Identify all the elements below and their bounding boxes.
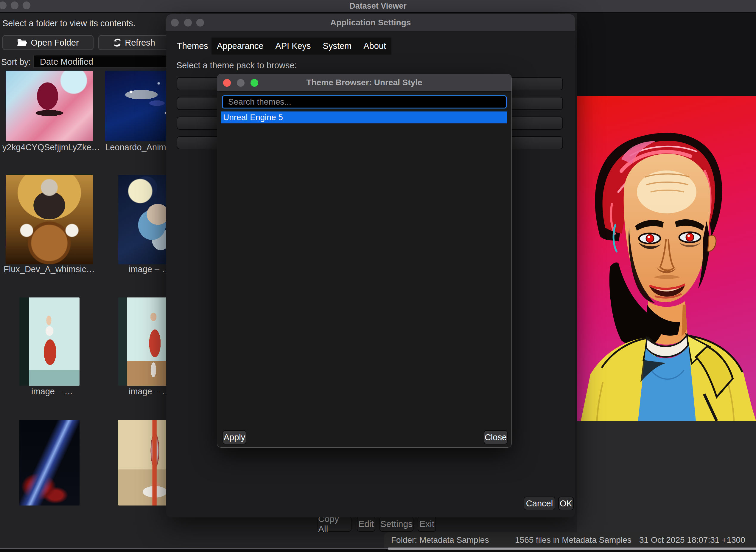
open-folder-icon xyxy=(17,38,28,47)
window-zoom-dot[interactable] xyxy=(23,1,30,9)
refresh-icon xyxy=(113,38,122,47)
search-input[interactable] xyxy=(222,95,507,109)
close-label: Close xyxy=(485,432,507,442)
tab-themes[interactable]: Themes xyxy=(177,37,207,54)
settings-zoom-dot[interactable] xyxy=(196,19,204,26)
theme-list-item-selected[interactable]: Unreal Engine 5 xyxy=(221,112,507,123)
browser-titlebar: Theme Browser: Unreal Style xyxy=(217,74,512,92)
settings-label: Settings xyxy=(380,519,412,529)
exit-button[interactable]: Exit xyxy=(418,516,436,532)
settings-titlebar: Application Settings xyxy=(166,14,575,31)
file-name: image – … xyxy=(129,264,170,274)
tab-api-keys[interactable]: API Keys xyxy=(275,41,311,51)
browser-zoom-light[interactable] xyxy=(250,79,258,87)
tab-system[interactable]: System xyxy=(323,41,352,51)
preview-pane xyxy=(577,13,756,532)
preview-image-popart-portrait xyxy=(577,96,756,421)
window-minimize-dot[interactable] xyxy=(11,1,18,9)
file-name: Flux_Dev_A_whimsic… xyxy=(4,264,95,274)
thumbnail-demon-cookie[interactable] xyxy=(6,175,93,264)
status-timestamp: 31 Oct 2025 18:07:31 +1300 xyxy=(639,532,745,548)
thumbnail-dancer-teal[interactable] xyxy=(19,297,79,386)
window-title: Dataset Viewer xyxy=(0,0,756,12)
preview-pane-lower xyxy=(577,421,756,532)
screen-bottom-gap xyxy=(0,549,756,552)
settings-close-dot[interactable] xyxy=(171,19,179,26)
settings-title: Application Settings xyxy=(166,14,575,31)
sort-select[interactable]: Date Modified xyxy=(33,55,171,68)
settings-tabstrip: Appearance API Keys System About xyxy=(211,37,391,54)
file-name: Leonardo_Anim xyxy=(105,142,166,152)
cancel-button[interactable]: Cancel xyxy=(524,497,555,510)
tab-about[interactable]: About xyxy=(363,41,386,51)
settings-minimize-dot[interactable] xyxy=(184,19,192,26)
status-bottom-edge xyxy=(388,548,756,550)
status-file-count: 1565 files in Metadata Samples xyxy=(515,532,631,548)
close-button[interactable]: Close xyxy=(484,430,508,444)
thumbnail-scifi-tub[interactable] xyxy=(19,420,79,506)
status-bar: Folder: Metadata Samples 1565 files in M… xyxy=(384,532,756,548)
apply-label: Apply xyxy=(224,432,245,442)
theme-browser-dialog: Theme Browser: Unreal Style Unreal Engin… xyxy=(217,74,512,448)
apply-button[interactable]: Apply xyxy=(222,430,246,444)
browser-minimize-light[interactable] xyxy=(237,79,244,87)
copy-all-button[interactable]: Copy All xyxy=(318,516,352,532)
settings-button[interactable]: Settings xyxy=(379,516,413,532)
theme-pack-prompt: Select a theme pack to browse: xyxy=(176,60,297,71)
file-name: image – … xyxy=(31,387,73,396)
ok-label: OK xyxy=(560,499,572,509)
main-titlebar: Dataset Viewer xyxy=(0,0,756,13)
folder-instruction: Select a folder to view its contents. xyxy=(2,18,136,28)
refresh-button[interactable]: Refresh xyxy=(98,35,170,50)
edit-label: Edit xyxy=(358,519,374,529)
refresh-label: Refresh xyxy=(125,38,155,48)
open-folder-label: Open Folder xyxy=(31,38,78,48)
browser-title: Theme Browser: Unreal Style xyxy=(217,74,512,91)
open-folder-button[interactable]: Open Folder xyxy=(2,35,93,50)
ok-button[interactable]: OK xyxy=(558,497,574,510)
status-folder: Folder: Metadata Samples xyxy=(391,532,489,548)
cancel-label: Cancel xyxy=(526,499,553,509)
edit-button[interactable]: Edit xyxy=(357,516,375,532)
thumbnail-skateboarder[interactable] xyxy=(6,71,93,141)
tab-appearance[interactable]: Appearance xyxy=(217,41,263,51)
file-name: image – … xyxy=(129,387,170,396)
file-name: y2kg4CYQSefjjmLyZke… xyxy=(2,142,100,152)
exit-label: Exit xyxy=(419,519,434,529)
browser-close-light[interactable] xyxy=(223,79,231,87)
sort-by-label: Sort by: xyxy=(1,57,31,67)
